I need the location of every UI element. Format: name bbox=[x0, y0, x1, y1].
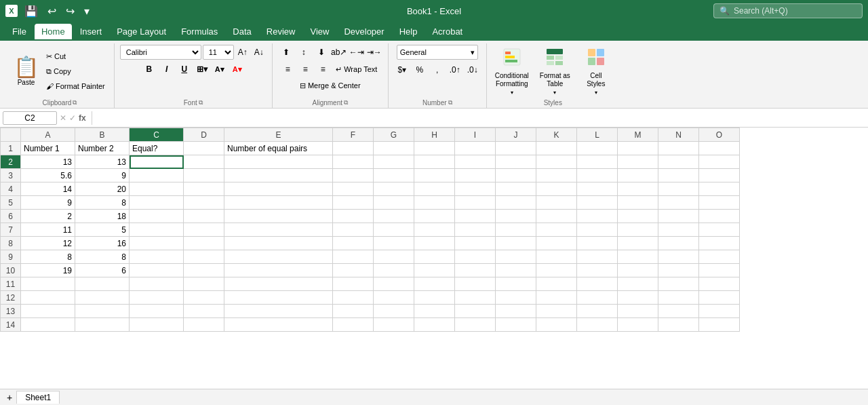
cell-B7[interactable]: 5 bbox=[75, 223, 130, 237]
cell-O7[interactable] bbox=[699, 223, 740, 237]
center-align-button[interactable]: ≡ bbox=[297, 62, 313, 77]
font-expand-icon[interactable]: ⧉ bbox=[199, 99, 203, 107]
row-header-3[interactable]: 3 bbox=[1, 169, 21, 182]
format-as-table-button[interactable]: Format asTable ▾ bbox=[537, 53, 573, 90]
cell-I5[interactable] bbox=[455, 196, 496, 210]
cell-H1[interactable] bbox=[414, 142, 455, 155]
confirm-formula-icon[interactable]: ✓ bbox=[69, 113, 76, 123]
cell-F1[interactable] bbox=[333, 142, 374, 155]
cell-K2[interactable] bbox=[536, 155, 577, 169]
sheet-tab-sheet1[interactable]: Sheet1 bbox=[16, 391, 60, 404]
cell-H6[interactable] bbox=[414, 210, 455, 223]
cell-J7[interactable] bbox=[496, 223, 536, 237]
col-header-B[interactable]: B bbox=[75, 128, 130, 142]
cell-J3[interactable] bbox=[496, 169, 536, 182]
cell-M3[interactable] bbox=[618, 169, 658, 182]
cell-M6[interactable] bbox=[618, 210, 658, 223]
cell-O8[interactable] bbox=[699, 237, 740, 250]
increase-decimal-button[interactable]: .0↑ bbox=[447, 62, 463, 77]
cell-B2[interactable]: 13 bbox=[75, 155, 130, 169]
cell-C4[interactable] bbox=[130, 182, 184, 196]
cell-L13[interactable] bbox=[577, 305, 618, 318]
cell-I14[interactable] bbox=[455, 318, 496, 332]
cell-E14[interactable] bbox=[224, 318, 333, 332]
cell-K14[interactable] bbox=[536, 318, 577, 332]
cell-C2[interactable] bbox=[130, 155, 184, 169]
cell-H2[interactable] bbox=[414, 155, 455, 169]
cell-H14[interactable] bbox=[414, 318, 455, 332]
menu-help[interactable]: Help bbox=[393, 24, 425, 39]
cell-G13[interactable] bbox=[374, 305, 414, 318]
cell-E4[interactable] bbox=[224, 182, 333, 196]
alignment-expand-icon[interactable]: ⧉ bbox=[344, 99, 348, 107]
cell-M10[interactable] bbox=[618, 264, 658, 277]
cell-A4[interactable]: 14 bbox=[21, 182, 75, 196]
cell-F11[interactable] bbox=[333, 277, 374, 291]
col-header-I[interactable]: I bbox=[455, 128, 496, 142]
cell-G12[interactable] bbox=[374, 291, 414, 305]
cell-N8[interactable] bbox=[658, 237, 699, 250]
number-expand-icon[interactable]: ⧉ bbox=[448, 99, 452, 107]
menu-home[interactable]: Home bbox=[35, 24, 72, 39]
borders-button[interactable]: ⊞▾ bbox=[194, 62, 210, 77]
col-header-C[interactable]: C bbox=[130, 128, 184, 142]
sheet-table-wrapper[interactable]: ABCDEFGHIJKLMNO 1Number 1Number 2Equal?N… bbox=[0, 128, 868, 389]
cell-N6[interactable] bbox=[658, 210, 699, 223]
cell-C14[interactable] bbox=[130, 318, 184, 332]
cell-C8[interactable] bbox=[130, 237, 184, 250]
cell-K4[interactable] bbox=[536, 182, 577, 196]
cell-M4[interactable] bbox=[618, 182, 658, 196]
cell-E6[interactable] bbox=[224, 210, 333, 223]
cell-H9[interactable] bbox=[414, 250, 455, 264]
cell-G10[interactable] bbox=[374, 264, 414, 277]
italic-button[interactable]: I bbox=[159, 62, 175, 77]
row-header-13[interactable]: 13 bbox=[1, 305, 21, 318]
menu-page-layout[interactable]: Page Layout bbox=[110, 24, 173, 39]
cell-O4[interactable] bbox=[699, 182, 740, 196]
cancel-formula-icon[interactable]: ✕ bbox=[60, 113, 66, 123]
cell-L7[interactable] bbox=[577, 223, 618, 237]
cell-G14[interactable] bbox=[374, 318, 414, 332]
cell-K12[interactable] bbox=[536, 291, 577, 305]
cell-I2[interactable] bbox=[455, 155, 496, 169]
cell-L4[interactable] bbox=[577, 182, 618, 196]
cell-K5[interactable] bbox=[536, 196, 577, 210]
row-header-9[interactable]: 9 bbox=[1, 250, 21, 264]
row-header-2[interactable]: 2 bbox=[1, 155, 21, 169]
cell-F6[interactable] bbox=[333, 210, 374, 223]
cell-A11[interactable] bbox=[21, 277, 75, 291]
merge-center-button[interactable]: ⊟ Merge & Center bbox=[296, 79, 364, 92]
cell-E13[interactable] bbox=[224, 305, 333, 318]
cell-K9[interactable] bbox=[536, 250, 577, 264]
cell-E5[interactable] bbox=[224, 196, 333, 210]
cell-D5[interactable] bbox=[184, 196, 224, 210]
cell-G11[interactable] bbox=[374, 277, 414, 291]
col-header-E[interactable]: E bbox=[224, 128, 333, 142]
cell-M8[interactable] bbox=[618, 237, 658, 250]
menu-insert[interactable]: Insert bbox=[73, 24, 109, 39]
cell-C10[interactable] bbox=[130, 264, 184, 277]
cell-A5[interactable]: 9 bbox=[21, 196, 75, 210]
name-box[interactable] bbox=[3, 111, 57, 125]
percent-button[interactable]: % bbox=[412, 62, 428, 77]
cell-A1[interactable]: Number 1 bbox=[21, 142, 75, 155]
cell-L3[interactable] bbox=[577, 169, 618, 182]
cell-H10[interactable] bbox=[414, 264, 455, 277]
menu-data[interactable]: Data bbox=[226, 24, 258, 39]
cell-F10[interactable] bbox=[333, 264, 374, 277]
cell-G7[interactable] bbox=[374, 223, 414, 237]
insert-function-icon[interactable]: fx bbox=[79, 113, 86, 123]
cell-N7[interactable] bbox=[658, 223, 699, 237]
col-header-G[interactable]: G bbox=[374, 128, 414, 142]
cell-G4[interactable] bbox=[374, 182, 414, 196]
search-input[interactable] bbox=[734, 6, 856, 16]
cell-A9[interactable]: 8 bbox=[21, 250, 75, 264]
cell-I7[interactable] bbox=[455, 223, 496, 237]
cell-N13[interactable] bbox=[658, 305, 699, 318]
font-name-select[interactable]: Calibri bbox=[120, 45, 201, 60]
cell-O2[interactable] bbox=[699, 155, 740, 169]
cell-B10[interactable]: 6 bbox=[75, 264, 130, 277]
cell-C7[interactable] bbox=[130, 223, 184, 237]
cell-B8[interactable]: 16 bbox=[75, 237, 130, 250]
cell-G9[interactable] bbox=[374, 250, 414, 264]
